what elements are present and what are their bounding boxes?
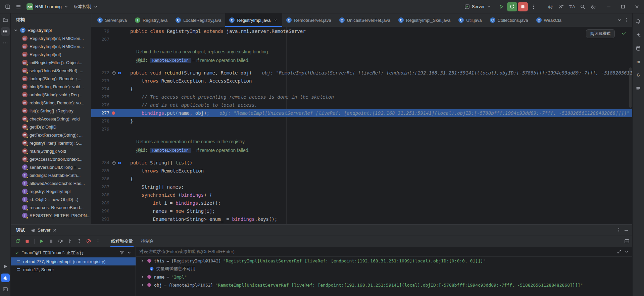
structure-item[interactable]: fresources: ResourceBund... <box>11 203 91 211</box>
editor-gutter[interactable]: 275 <box>91 93 126 101</box>
editor-gutter[interactable]: 276 <box>91 101 126 109</box>
code-line[interactable]: 279 <box>91 125 632 133</box>
structure-item[interactable]: fREGISTRY_FILTER_PROPN... <box>11 211 91 219</box>
structure-item[interactable]: fregistry: RegistryImpl <box>11 187 91 195</box>
editor-gutter[interactable]: 274 <box>91 85 126 93</box>
exception-type-link[interactable]: RemoteException <box>150 148 191 153</box>
main-menu-icon[interactable] <box>3 2 13 11</box>
editor-gutter[interactable]: 284 <box>91 159 126 167</box>
variable-row[interactable]: name = "Impl" <box>136 273 632 281</box>
structure-icon[interactable] <box>1 27 10 36</box>
structure-item[interactable]: mrebind(String, Remote): vo... <box>11 99 91 107</box>
step-into-icon[interactable] <box>65 237 74 246</box>
database-icon[interactable] <box>634 44 643 53</box>
stack-frame-row[interactable]: main:12, Server <box>11 265 136 274</box>
chevron-right-icon[interactable] <box>140 275 145 279</box>
variable-row[interactable]: this = {RegistryImpl@1042} "RegistryImpl… <box>136 257 632 265</box>
code-line[interactable]: 274{ <box>91 85 632 93</box>
editor-tab[interactable]: CWeakCla <box>532 13 566 27</box>
debug-view-tab[interactable]: 控制台 <box>137 236 158 247</box>
editor-tab[interactable]: CLocateRegistry.java <box>171 13 225 27</box>
maximize-icon[interactable] <box>616 0 630 13</box>
code-line[interactable]: 287 String[] names; <box>91 183 632 191</box>
line-number[interactable]: 279 <box>94 125 109 133</box>
gutter-marker-icon[interactable] <box>117 161 121 165</box>
code-line[interactable]: 272public void rebind(String name, Remot… <box>91 69 632 77</box>
editor-gutter[interactable]: 79 <box>91 27 126 35</box>
editor-tab[interactable]: CUtil.java <box>454 13 486 27</box>
terminal-icon[interactable] <box>1 285 10 294</box>
editor-gutter[interactable]: 279 <box>91 125 126 133</box>
editor-tab[interactable]: CRegistryImpl_Skel.java <box>394 13 454 27</box>
project-folder-icon[interactable] <box>1 16 10 24</box>
structure-item[interactable]: mcheckAccess(String): void <box>11 115 91 123</box>
code-line[interactable]: 276 // and is not applicable to local ac… <box>91 101 632 109</box>
more-vertical-icon[interactable] <box>529 2 539 11</box>
editor-gutter[interactable]: 291 <box>91 215 126 223</box>
resume-icon[interactable] <box>37 237 46 246</box>
structure-item[interactable]: msetup(UnicastServerRef): ... <box>11 66 91 75</box>
structure-item[interactable]: mlist(): String[] ↑Registry <box>11 107 91 115</box>
gutter-marker-icon[interactable] <box>117 71 121 75</box>
editor-gutter[interactable]: 267 <box>91 35 126 43</box>
structure-item[interactable]: mgetID(): ObjID <box>11 123 91 131</box>
debug-icon[interactable] <box>1 274 10 282</box>
filter-icon[interactable] <box>119 250 124 255</box>
line-number[interactable]: 79 <box>94 27 109 35</box>
structure-item[interactable]: mgetAccessControlContext... <box>11 155 91 163</box>
expand-icon[interactable] <box>617 249 622 254</box>
line-number[interactable]: 278 <box>94 117 109 125</box>
chevron-right-icon[interactable] <box>140 258 145 263</box>
project-widget[interactable]: RM RMI-Learning <box>24 2 71 11</box>
structure-item[interactable]: mbind(String, Remote): void... <box>11 83 91 91</box>
code-line[interactable]: 273 throws RemoteException, AccessExcept… <box>91 77 632 85</box>
hide-panel-icon[interactable] <box>624 228 629 233</box>
structure-item[interactable]: minitRegistryFilter(): Object... <box>11 58 91 66</box>
code-line[interactable]: 291 Enumeration<String> enum_ = bindings… <box>91 215 632 223</box>
mute-breakpoints-icon[interactable] <box>84 237 93 246</box>
rerun-icon[interactable] <box>13 237 22 246</box>
settings-icon[interactable] <box>588 2 598 11</box>
code-line[interactable]: 292 int j = 0; <box>91 223 632 224</box>
rerun-button-icon[interactable] <box>507 2 517 11</box>
step-over-icon[interactable] <box>56 237 65 246</box>
chevron-down-icon[interactable] <box>13 28 18 33</box>
code-line[interactable]: 289 int i = bindings.size(); <box>91 199 632 207</box>
editor-gutter[interactable]: 292 <box>91 223 126 224</box>
exception-type-link[interactable]: RemoteException <box>150 58 191 63</box>
code-line[interactable]: 79public class RegistryImpl extends java… <box>91 27 632 35</box>
structure-item[interactable]: mRegistryImpl(int, RMIClien... <box>11 34 91 42</box>
run-icon[interactable] <box>1 262 10 271</box>
code-line[interactable]: 290 names = new String[i]; <box>91 207 632 215</box>
code-line[interactable]: 285 throws RemoteException <box>91 167 632 175</box>
gradle-icon[interactable]: G <box>634 71 643 80</box>
panel-options-icon[interactable] <box>616 228 622 233</box>
run-config-widget[interactable]: Server <box>462 3 494 11</box>
reader-mode-button[interactable]: 阅读器模式 <box>586 29 615 38</box>
line-number[interactable]: 275 <box>94 93 109 101</box>
line-number[interactable]: 288 <box>94 191 109 199</box>
maven-icon[interactable]: m <box>634 57 643 66</box>
code-line[interactable]: 284public String[] list() <box>91 159 632 167</box>
code-line[interactable]: 286{ <box>91 175 632 183</box>
editor-gutter[interactable]: 278 <box>91 117 126 125</box>
line-number[interactable]: 274 <box>94 85 109 93</box>
code-with-me-icon[interactable] <box>556 2 566 11</box>
structure-item[interactable]: mregistryFilter(FilterInfo): S... <box>11 139 91 147</box>
translate-icon[interactable]: 文A <box>567 2 577 11</box>
editor-tab[interactable]: CCollections.java <box>486 13 532 27</box>
editor-gutter[interactable]: 286 <box>91 175 126 183</box>
structure-item[interactable]: fallowedAccessCache: Has... <box>11 179 91 187</box>
structure-item[interactable]: fserialVersionUID: long = ... <box>11 163 91 171</box>
tabs-more-icon[interactable] <box>624 17 629 23</box>
line-number[interactable]: 276 <box>94 101 109 109</box>
notifications-icon[interactable] <box>634 17 643 26</box>
line-number[interactable]: 292 <box>94 223 109 224</box>
editor-gutter[interactable]: 289 <box>91 199 126 207</box>
chevron-down-icon[interactable] <box>127 250 132 255</box>
variable-row[interactable]: obj = {RemoteImpl@1052} "RemoteImpl[Unic… <box>136 281 632 289</box>
vcs-widget[interactable]: 版本控制 <box>71 2 100 11</box>
editor-gutter[interactable]: 272 <box>91 69 126 77</box>
structure-root-item[interactable]: CRegistryImpl <box>11 26 91 34</box>
hidden-tabs-chevron-icon[interactable] <box>617 17 622 23</box>
